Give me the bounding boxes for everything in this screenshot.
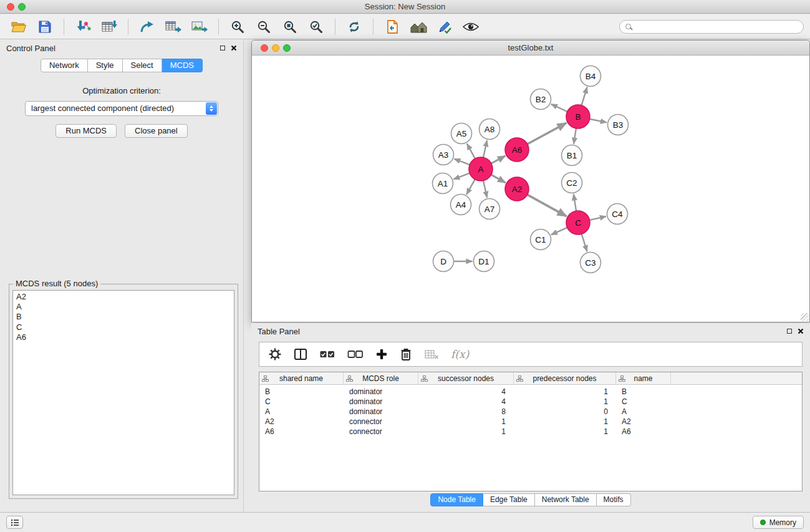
edge-A-A5[interactable] xyxy=(467,143,475,158)
edge-A-A6[interactable] xyxy=(491,156,506,163)
show-hide-button[interactable] xyxy=(458,16,483,37)
mcds-result-item[interactable]: C xyxy=(13,322,234,332)
edge-A-A7[interactable] xyxy=(483,181,487,198)
table-row[interactable]: A2connector11A2 xyxy=(259,417,802,427)
zoom-in-button[interactable] xyxy=(225,16,250,37)
tab-network[interactable]: Network xyxy=(41,59,88,72)
node-C4[interactable]: C4 xyxy=(607,204,628,225)
tab-motifs[interactable]: Motifs xyxy=(597,493,631,506)
close-panel-icon[interactable] xyxy=(231,45,237,51)
node-B[interactable]: B xyxy=(566,105,590,128)
toolbar-search[interactable] xyxy=(619,20,804,34)
table-settings-gear-icon[interactable] xyxy=(268,347,282,361)
edge-B-B1[interactable] xyxy=(574,128,576,144)
node-D[interactable]: D xyxy=(433,251,454,272)
edge-A-A2[interactable] xyxy=(491,175,506,183)
node-B3[interactable]: B3 xyxy=(608,115,629,135)
table-row[interactable]: A6connector11A6 xyxy=(259,427,802,437)
edge-B-B4[interactable] xyxy=(582,87,587,105)
search-input[interactable] xyxy=(635,22,798,31)
float-panel-icon[interactable] xyxy=(220,46,225,51)
node-A3[interactable]: A3 xyxy=(433,145,454,165)
tab-style[interactable]: Style xyxy=(88,59,123,72)
function-builder-button[interactable]: f(x) xyxy=(451,348,469,360)
column-header-MCDS-role[interactable]: MCDS role xyxy=(344,372,418,384)
node-B2[interactable]: B2 xyxy=(531,89,551,110)
tab-mcds[interactable]: MCDS xyxy=(162,59,203,72)
mcds-result-item[interactable]: A2 xyxy=(13,292,234,302)
task-history-button[interactable] xyxy=(6,516,23,529)
run-mcds-button[interactable]: Run MCDS xyxy=(55,124,117,138)
show-columns-icon[interactable] xyxy=(294,348,307,360)
add-column-icon[interactable] xyxy=(375,348,388,360)
tab-select[interactable]: Select xyxy=(123,59,162,72)
export-network-button[interactable] xyxy=(135,16,160,37)
edge-A2-C[interactable] xyxy=(528,195,567,216)
node-A5[interactable]: A5 xyxy=(451,123,472,144)
node-C1[interactable]: C1 xyxy=(531,230,551,250)
import-table-button[interactable] xyxy=(97,16,122,37)
mcds-result-item[interactable]: A xyxy=(13,302,234,312)
node-D1[interactable]: D1 xyxy=(474,251,494,272)
open-session-button[interactable] xyxy=(6,16,31,37)
close-window-button[interactable] xyxy=(7,3,14,11)
home-network-button[interactable] xyxy=(406,16,431,37)
import-network-button[interactable] xyxy=(70,16,95,37)
close-view-button[interactable] xyxy=(261,44,268,52)
memory-button[interactable]: Memory xyxy=(753,516,804,529)
table-row[interactable]: Bdominator41B xyxy=(259,387,802,397)
edge-A-A4[interactable] xyxy=(466,180,475,195)
column-header-shared-name[interactable]: shared name xyxy=(259,372,344,384)
tab-node-table[interactable]: Node Table xyxy=(430,493,483,506)
table-row[interactable]: Cdominator41C xyxy=(259,397,802,407)
save-session-button[interactable] xyxy=(32,16,57,37)
edge-C-C1[interactable] xyxy=(551,228,567,235)
edge-A6-B[interactable] xyxy=(528,123,567,144)
zoom-view-button[interactable] xyxy=(283,44,291,52)
delete-column-trash-icon[interactable] xyxy=(400,347,412,361)
node-A8[interactable]: A8 xyxy=(480,119,500,140)
edge-A-A1[interactable] xyxy=(453,173,470,180)
apply-style-button[interactable] xyxy=(432,16,457,37)
float-table-panel-icon[interactable] xyxy=(787,329,792,334)
node-C3[interactable]: C3 xyxy=(581,253,601,273)
criterion-dropdown[interactable]: largest connected component (directed) xyxy=(25,101,218,116)
network-canvas[interactable]: B4B2BB3A8A5A6A3B1AC2A1A2A4A7C4CC1DD1C3 xyxy=(252,56,809,322)
table-row[interactable]: Adominator80A xyxy=(259,407,802,417)
zoom-selected-button[interactable] xyxy=(304,16,329,37)
node-A2[interactable]: A2 xyxy=(505,177,529,201)
export-image-button[interactable] xyxy=(187,16,212,37)
zoom-out-button[interactable] xyxy=(251,16,276,37)
node-A1[interactable]: A1 xyxy=(433,173,453,194)
edge-B-B2[interactable] xyxy=(551,104,567,112)
import-document-button[interactable] xyxy=(380,16,405,37)
refresh-view-button[interactable] xyxy=(342,16,367,37)
edge-C-C3[interactable] xyxy=(582,234,587,251)
select-all-columns-icon[interactable] xyxy=(319,349,335,360)
minimize-view-button[interactable] xyxy=(272,44,279,52)
delete-table-icon[interactable] xyxy=(424,349,439,360)
column-header-successor-nodes[interactable]: successor nodes xyxy=(418,372,514,384)
column-header-name[interactable]: name xyxy=(616,372,671,384)
node-A6[interactable]: A6 xyxy=(505,138,529,162)
node-B4[interactable]: B4 xyxy=(581,66,601,87)
close-table-panel-icon[interactable] xyxy=(798,328,804,334)
node-A7[interactable]: A7 xyxy=(480,199,500,220)
zoom-fit-button[interactable] xyxy=(277,16,302,37)
edge-C-C4[interactable] xyxy=(590,216,606,220)
node-C2[interactable]: C2 xyxy=(562,173,582,193)
close-panel-button[interactable]: Close panel xyxy=(125,124,188,138)
node-A4[interactable]: A4 xyxy=(451,195,471,215)
edge-B-B3[interactable] xyxy=(590,119,607,123)
column-header-predecessor-nodes[interactable]: predecessor nodes xyxy=(514,372,616,384)
resize-grip[interactable] xyxy=(801,313,809,321)
edge-A-A3[interactable] xyxy=(454,159,470,165)
tab-network-table[interactable]: Network Table xyxy=(535,493,597,506)
zoom-window-button[interactable] xyxy=(18,3,26,11)
edge-A-A8[interactable] xyxy=(483,140,487,157)
node-C[interactable]: C xyxy=(566,211,590,235)
unselect-all-columns-icon[interactable] xyxy=(347,349,364,360)
tab-edge-table[interactable]: Edge Table xyxy=(483,493,535,506)
node-B1[interactable]: B1 xyxy=(562,145,582,166)
export-table-button[interactable] xyxy=(161,16,186,37)
